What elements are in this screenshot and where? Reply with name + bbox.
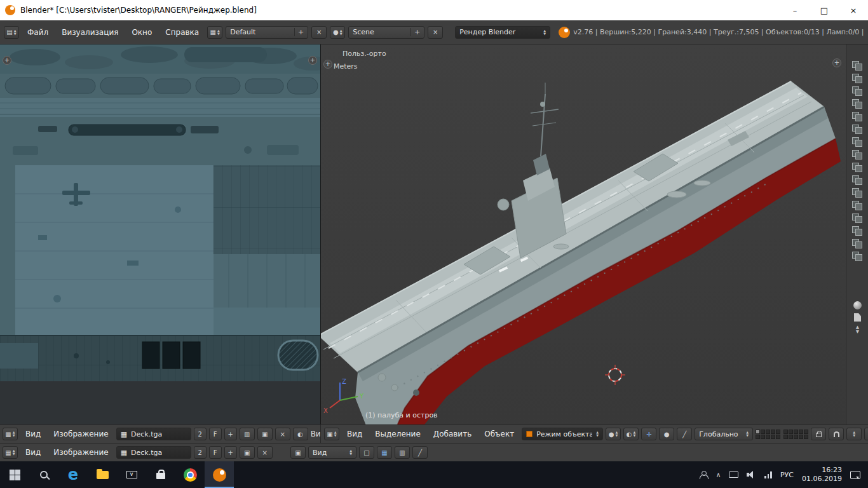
close-button[interactable]: × [839,0,868,20]
action-center-icon[interactable] [850,471,860,479]
tray-expand-icon[interactable]: ∧ [715,471,721,479]
scene-selector[interactable]: Scene+ [348,26,424,39]
taskbar-mail-button[interactable]: ∨ [117,461,146,488]
uv-image-canvas[interactable] [0,44,321,381]
menu-render[interactable]: Визуализация [57,28,123,37]
view3d-menu-object[interactable]: Объект [479,430,519,438]
fake-user-button[interactable]: F [209,446,222,459]
editor-type-icon[interactable]: ▣▲▼ [324,428,339,440]
image-users-count[interactable]: 2 [194,446,207,459]
layout-selector[interactable]: Default+ [226,26,308,39]
maximize-button[interactable]: □ [810,0,839,20]
lock-to-scene-icon[interactable] [811,428,826,440]
layers-stack-icon[interactable] [851,125,864,133]
clock[interactable]: 16:23 01.06.2019 [802,466,842,484]
viewport-shading-selector[interactable]: ◐▲▼ [623,428,639,440]
layers-stack-icon[interactable] [851,188,864,197]
taskbar-blender-button[interactable] [205,461,234,488]
transform-orientation-selector[interactable]: Глобально▲▼ [695,428,753,440]
fake-user-button[interactable]: F [209,428,222,440]
add-scene-icon[interactable]: + [410,28,420,36]
region-toggle-icon[interactable]: + [832,58,841,67]
layers-stack-icon[interactable] [851,252,864,261]
unlink-image-button[interactable]: × [257,446,273,459]
taskbar-chrome-button[interactable] [175,461,205,488]
start-button[interactable] [0,461,29,488]
layers-stack-icon[interactable] [851,112,864,121]
layers-stack-icon[interactable] [851,99,864,108]
editor-type-icon[interactable]: ▤▲▼ [4,26,19,39]
layers-stack-icon[interactable] [851,175,864,184]
touch-keyboard-icon[interactable] [729,471,738,478]
pack-image-icon[interactable]: ▣ [257,428,273,440]
view3d-menu-view[interactable]: Вид [342,430,367,438]
document-icon[interactable] [854,313,861,322]
layers-stack-icon[interactable] [851,74,864,83]
network-icon[interactable] [764,471,772,478]
layers-stack-icon[interactable] [851,226,864,235]
editor-type-icon[interactable]: ▦▲▼ [3,446,18,459]
manipulator-translate-icon[interactable]: ✛ [641,428,656,440]
taskbar-search-button[interactable] [29,461,58,488]
pack-image-icon[interactable]: ▣ [240,446,255,459]
layers-stack-icon[interactable] [851,239,864,248]
uv-sync-select-icon[interactable]: ▦ [377,446,392,459]
layer-buttons[interactable] [756,430,808,439]
snap-magnet-icon[interactable] [829,428,844,440]
material-preview-icon[interactable] [853,301,862,309]
region-toggle-icon[interactable]: + [308,56,317,65]
screen-layout-icon[interactable]: ▦▲▼ [207,26,222,39]
uv-menu-image[interactable]: Изображение [48,430,113,438]
pivot-point-selector[interactable]: ●▲▼ [606,428,621,440]
uv-image-editor[interactable]: + + [0,44,321,424]
delete-scene-button[interactable]: × [428,26,443,39]
layers-stack-icon[interactable] [851,150,864,159]
manipulator-rotate-icon[interactable]: ● [659,428,674,440]
uv-select-mode-icon[interactable]: ▥ [395,446,410,459]
viewport-canvas[interactable]: Z Y X [321,44,846,424]
taskbar-store-button[interactable] [146,461,175,488]
editor-type-icon[interactable]: ▦▲▼ [3,428,18,440]
menu-help[interactable]: Справка [160,28,204,37]
layers-stack-icon[interactable] [851,137,864,146]
layers-stack-icon[interactable] [851,214,864,222]
fullscreen-icon[interactable]: □ [359,446,374,459]
view3d-menu-select[interactable]: Выделение [370,430,425,438]
new-image-button[interactable]: + [224,428,237,440]
minimize-button[interactable]: – [780,0,810,20]
open-image-icon[interactable]: ▥ [240,428,255,440]
uv-draw-other-icon[interactable]: ╱ [412,446,428,459]
delete-layout-button[interactable]: × [311,26,327,39]
manipulator-scale-icon[interactable]: ╱ [677,428,692,440]
pin-icon[interactable]: ◐ [293,428,308,440]
scroll-arrows-icon[interactable]: ▲▼ [856,325,859,334]
menu-file[interactable]: Файл [22,28,53,37]
uv-menu-view[interactable]: Вид [20,430,46,438]
snap-element-selector[interactable]: ▲▼ [846,428,862,440]
render-opengl-icon[interactable]: ▦ [864,428,868,440]
volume-icon[interactable] [747,471,756,478]
view-shading-selector[interactable]: Вид▲▼ [308,446,356,459]
viewport-3d[interactable]: Z Y X Польз.-орто Meters (1) палуба и ос… [321,44,868,424]
taskbar-explorer-button[interactable] [88,461,117,488]
image-datablock-selector[interactable]: ▦Deck.tga [116,446,191,459]
image-datablock-selector[interactable]: ▦Deck.tga [116,428,191,440]
editor-type-icon[interactable]: ▣ [290,446,306,459]
view3d-menu-add[interactable]: Добавить [428,430,477,438]
image-users-count[interactable]: 2 [194,428,207,440]
layers-stack-icon[interactable] [851,86,864,95]
scene-browse-icon[interactable]: ●▲▼ [330,26,345,39]
mode-selector[interactable]: Режим объекта▲▼ [522,428,603,440]
language-indicator[interactable]: РУС [780,471,794,479]
new-image-button[interactable]: + [224,446,237,459]
taskbar-edge-button[interactable]: e [58,461,88,488]
add-layout-icon[interactable]: + [294,28,304,36]
region-toggle-icon[interactable]: + [323,60,332,69]
layers-stack-icon[interactable] [851,163,864,172]
uv2-menu-view[interactable]: Вид [20,448,46,457]
uv2-menu-image[interactable]: Изображение [48,448,113,457]
people-icon[interactable] [700,471,707,479]
unlink-image-button[interactable]: × [275,428,290,440]
menu-window[interactable]: Окно [126,28,157,37]
render-engine-selector[interactable]: Рендер Blender▲▼ [455,26,550,39]
